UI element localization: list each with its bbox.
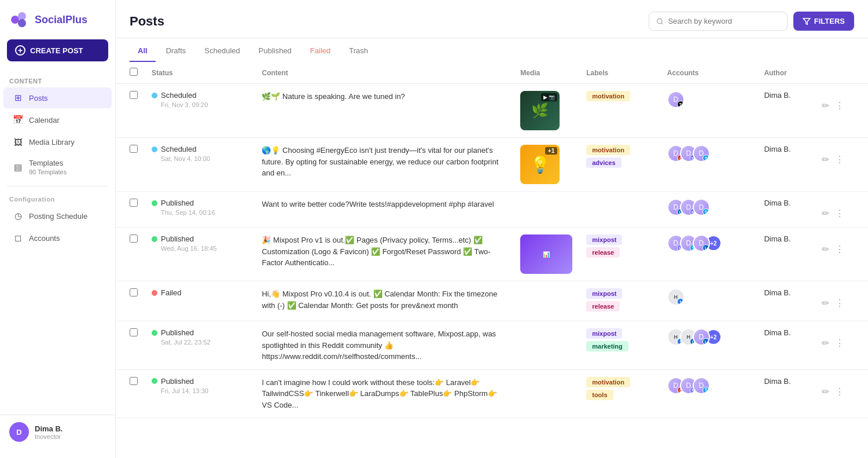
media-extra-badge: +1 <box>545 147 557 155</box>
tab-trash[interactable]: Trash <box>341 41 376 62</box>
row-checkbox[interactable] <box>130 145 138 153</box>
user-avatar: D <box>9 422 29 442</box>
header-right: FILTERS <box>649 12 854 38</box>
row-checkbox[interactable] <box>130 235 138 243</box>
media-cell <box>513 281 579 321</box>
status-date: Fri, Jul 14, 13:30 <box>152 387 248 394</box>
configuration-label: Configuration <box>0 191 115 205</box>
app-name: SocialPlus <box>35 14 87 26</box>
tab-scheduled[interactable]: Scheduled <box>196 41 248 62</box>
search-box[interactable] <box>649 12 788 31</box>
more-icon[interactable]: ⋮ <box>834 153 845 166</box>
edit-icon[interactable]: ✏ <box>821 207 830 220</box>
content-cell: 🎉 Mixpost Pro v1 is out.✅ Pages (Privacy… <box>255 228 513 281</box>
edit-icon[interactable]: ✏ <box>821 243 830 256</box>
select-all-header[interactable] <box>116 62 145 84</box>
author-cell: Dima B. <box>757 281 814 321</box>
tab-failed[interactable]: Failed <box>302 41 339 62</box>
select-all-checkbox[interactable] <box>130 68 138 76</box>
sidebar-item-accounts[interactable]: ◻ Accounts <box>3 228 112 248</box>
sidebar-item-posts[interactable]: ⊞ Posts <box>3 87 112 108</box>
table-row: Published Wed, Aug 16, 18:45 🎉 Mixpost P… <box>116 228 868 281</box>
sidebar-item-calendar[interactable]: 📅 Calendar <box>3 109 112 130</box>
label-tag-tools: tools <box>586 390 613 400</box>
scheduled-dot <box>152 93 157 98</box>
user-name: Dima B. <box>35 424 62 433</box>
edit-icon[interactable]: ✏ <box>821 296 830 310</box>
more-icon[interactable]: ⋮ <box>834 296 845 310</box>
actions-cell: ✏ ⋮ <box>814 228 868 281</box>
actions-cell: ✏ ⋮ <box>814 84 868 138</box>
create-post-icon: + <box>15 45 25 56</box>
status-cell: Scheduled Sat, Nov 4, 10:00 <box>145 138 255 192</box>
create-post-button[interactable]: + CREATE POST <box>7 39 108 61</box>
tab-published[interactable]: Published <box>251 41 300 62</box>
actions-cell: ✏ ⋮ <box>814 138 868 192</box>
sidebar-schedule-label: Posting Schedule <box>29 212 87 221</box>
content-cell: Hi,👋 Mixpost Pro v0.10.4 is out. ✅ Calen… <box>255 281 513 321</box>
media-cell <box>513 321 579 370</box>
sidebar-item-media-library[interactable]: 🖼 Media Library <box>3 131 112 152</box>
accounts-cell: D T <box>660 84 757 138</box>
published-dot <box>152 330 157 336</box>
posts-table-container: Status Content Media Labels Accounts Aut… <box>116 62 868 458</box>
media-thumbnail: 🌿 ▶ 📷 <box>520 91 560 130</box>
edit-icon[interactable]: ✏ <box>821 153 830 166</box>
more-icon[interactable]: ⋮ <box>834 207 845 220</box>
account-avatar: D L <box>693 235 710 252</box>
status-date: Thu, Sep 14, 00:16 <box>152 209 248 216</box>
page-title: Posts <box>130 14 164 36</box>
linkedin-badge: L <box>703 244 709 251</box>
edit-icon[interactable]: ✏ <box>821 99 830 112</box>
author-cell: Dima B. <box>757 228 814 281</box>
main-content: Posts FILTERS All Drafts Scheduled Publi… <box>116 0 868 458</box>
search-input[interactable] <box>668 17 779 25</box>
label-tag: motivation <box>586 91 630 101</box>
status-cell: Scheduled Fri, Nov 3, 09:20 <box>145 84 255 138</box>
media-column-header: Media <box>513 62 579 84</box>
status-date: Wed, Aug 16, 18:45 <box>152 245 248 252</box>
accounts-cell: D I D M D T <box>660 369 757 418</box>
status-label: Scheduled <box>161 91 196 100</box>
row-checkbox[interactable] <box>130 199 138 207</box>
row-checkbox[interactable] <box>130 91 138 99</box>
status-label: Published <box>161 199 194 207</box>
labels-cell: motivation <box>579 84 660 138</box>
sidebar-media-label: Media Library <box>29 138 75 146</box>
svg-point-1 <box>18 12 26 20</box>
status-label: Published <box>161 328 194 337</box>
more-icon[interactable]: ⋮ <box>834 243 845 256</box>
media-cell <box>513 369 579 418</box>
edit-icon[interactable]: ✏ <box>821 336 830 350</box>
twitter-badge: T <box>703 387 709 394</box>
content-column-header: Content <box>255 62 513 84</box>
facebook-badge: f <box>677 298 684 305</box>
accounts-column-header: Accounts <box>660 62 757 84</box>
table-row: Published Fri, Jul 14, 13:30 I can't ima… <box>116 369 868 418</box>
sidebar-item-templates[interactable]: ▤ Templates 90 Templates <box>3 153 112 181</box>
failed-dot <box>152 290 157 296</box>
user-sub: Inovector <box>35 433 62 440</box>
filter-button[interactable]: FILTERS <box>793 12 854 31</box>
sidebar-user-area[interactable]: D Dima B. Inovector <box>0 415 115 449</box>
status-label: Published <box>161 235 194 243</box>
row-checkbox[interactable] <box>130 288 138 296</box>
tab-all[interactable]: All <box>130 41 156 62</box>
author-cell: Dima B. <box>757 84 814 138</box>
sidebar-item-posting-schedule[interactable]: ◷ Posting Schedule <box>3 206 112 226</box>
row-checkbox[interactable] <box>130 377 138 385</box>
sidebar-templates-label: Templates <box>29 159 67 167</box>
users-icon: ◻ <box>13 233 23 243</box>
svg-point-3 <box>657 19 661 23</box>
more-icon[interactable]: ⋮ <box>834 99 845 112</box>
more-icon[interactable]: ⋮ <box>834 336 845 350</box>
account-avatars: D L D M D T <box>667 199 751 216</box>
edit-icon[interactable]: ✏ <box>821 385 830 398</box>
actions-cell: ✏ ⋮ <box>814 369 868 418</box>
tab-drafts[interactable]: Drafts <box>158 41 194 62</box>
more-icon[interactable]: ⋮ <box>834 385 845 398</box>
account-avatars: D I D M D T <box>667 145 751 162</box>
status-cell: Failed <box>145 281 255 321</box>
row-checkbox[interactable] <box>130 328 138 336</box>
author-cell: Dima B. <box>757 321 814 370</box>
